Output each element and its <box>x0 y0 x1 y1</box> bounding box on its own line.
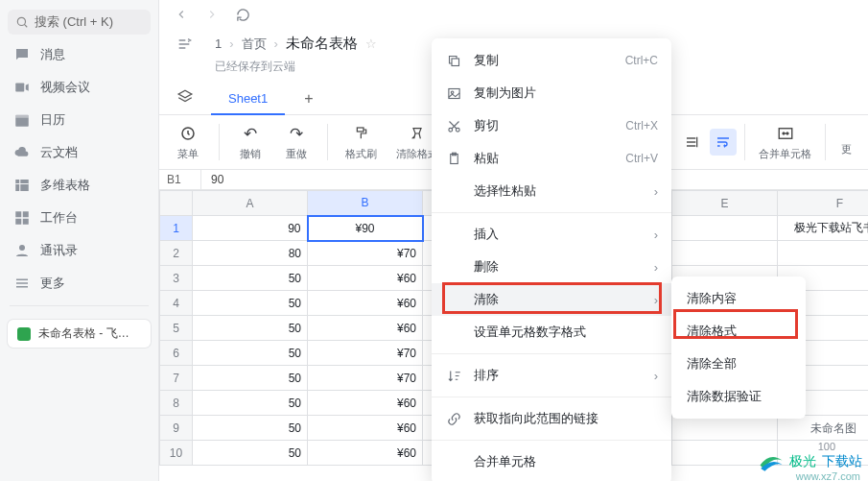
contacts-icon <box>13 242 31 259</box>
cell-ref[interactable]: B1 <box>159 170 201 189</box>
search-placeholder: 搜索 (Ctrl + K) <box>35 13 113 31</box>
submenu-clear-all[interactable]: 清除全部 <box>671 348 806 380</box>
sidebar-item-messages[interactable]: 消息 <box>0 38 158 71</box>
crumb-root[interactable]: 1 <box>215 36 222 51</box>
svg-rect-3 <box>15 115 29 118</box>
menu-number-format[interactable]: 设置单元格数字格式 <box>432 316 671 349</box>
svg-rect-6 <box>23 211 29 217</box>
chevron-right-icon: › <box>654 369 658 383</box>
svg-rect-17 <box>448 88 458 98</box>
menu-paste-special[interactable]: 选择性粘贴› <box>432 175 671 207</box>
paste-icon <box>445 152 462 166</box>
topbar <box>159 0 868 29</box>
menu-sort[interactable]: 排序› <box>432 359 671 392</box>
sheets-list-button[interactable] <box>169 83 201 114</box>
svg-rect-4 <box>15 180 29 191</box>
crumb-home[interactable]: 首页 <box>242 36 267 53</box>
calendar-icon <box>13 111 31 129</box>
sidebar-item-more[interactable]: 更多 <box>0 267 158 300</box>
active-cell[interactable]: ¥90 <box>308 216 423 241</box>
star-icon[interactable]: ☆ <box>365 36 377 51</box>
select-all[interactable] <box>160 191 193 216</box>
open-doc-chip[interactable]: 未命名表格 - 飞… <box>8 320 151 348</box>
svg-rect-12 <box>16 286 28 288</box>
doc-title[interactable]: 未命名表格 <box>286 35 358 53</box>
format-painter-button[interactable]: 格式刷 <box>340 121 383 163</box>
search-input[interactable]: 搜索 (Ctrl + K) <box>8 10 151 35</box>
bottom-tab[interactable]: 未命名图 <box>810 421 856 437</box>
collapse-icon[interactable] <box>176 36 192 52</box>
menu-copy[interactable]: 复制Ctrl+C <box>432 44 671 77</box>
back-button[interactable] <box>173 6 190 23</box>
cut-icon <box>445 119 462 133</box>
svg-rect-8 <box>23 219 29 225</box>
menu-copy-image[interactable]: 复制为图片 <box>432 77 671 109</box>
wrap-wrap-button[interactable] <box>710 129 737 156</box>
clear-submenu: 清除内容 清除格式 清除全部 清除数据验证 <box>671 277 806 419</box>
col-A[interactable]: A <box>193 191 308 216</box>
chevron-right-icon: › <box>654 228 658 242</box>
menu-delete[interactable]: 删除› <box>432 251 671 283</box>
tab-sheet1[interactable]: Sheet1 <box>211 84 285 115</box>
menu-get-link[interactable]: 获取指向此范围的链接 <box>432 402 671 435</box>
svg-rect-14 <box>357 128 364 132</box>
add-sheet-button[interactable]: + <box>294 84 322 113</box>
sheet-file-icon <box>17 327 31 341</box>
col-F[interactable]: F <box>778 191 869 216</box>
chat-icon <box>13 46 31 63</box>
table-icon <box>13 177 31 194</box>
video-icon <box>13 79 31 96</box>
menu-button[interactable]: 菜单 <box>169 121 207 163</box>
link-icon <box>445 412 462 426</box>
submenu-clear-content[interactable]: 清除内容 <box>671 282 806 315</box>
submenu-clear-format[interactable]: 清除格式 <box>671 315 806 348</box>
sort-icon <box>445 369 462 383</box>
chevron-right-icon: › <box>654 184 658 199</box>
watermark-logo: 极光下载站 <box>757 448 862 475</box>
svg-rect-16 <box>452 59 459 66</box>
refresh-button[interactable] <box>234 6 251 23</box>
apps-icon <box>13 209 31 227</box>
menu-merge[interactable]: 合并单元格 <box>432 445 671 478</box>
merge-cells-button[interactable]: 合并单元格 <box>753 121 817 163</box>
menu-clear[interactable]: 清除› <box>432 283 671 316</box>
wrap-clip-button[interactable] <box>679 129 706 156</box>
sidebar: 搜索 (Ctrl + K) 消息 视频会议 日历 云文档 多维表格 工作台 通讯… <box>0 0 159 481</box>
sidebar-item-contacts[interactable]: 通讯录 <box>0 234 158 267</box>
sidebar-item-workplace[interactable]: 工作台 <box>0 202 158 234</box>
svg-rect-10 <box>16 279 28 281</box>
col-E[interactable]: E <box>672 191 778 216</box>
context-menu: 复制Ctrl+C 复制为图片 剪切Ctrl+X 粘贴Ctrl+V 选择性粘贴› … <box>432 38 671 481</box>
svg-point-0 <box>17 17 25 25</box>
chevron-right-icon: › <box>654 293 658 307</box>
menu-paste[interactable]: 粘贴Ctrl+V <box>432 142 671 175</box>
row-1[interactable]: 1 <box>160 216 193 241</box>
sidebar-item-docs[interactable]: 云文档 <box>0 136 158 169</box>
swoosh-icon <box>757 448 784 475</box>
submenu-clear-validation[interactable]: 清除数据验证 <box>671 380 806 413</box>
undo-button[interactable]: ↶撤销 <box>231 121 270 163</box>
svg-point-9 <box>19 245 25 251</box>
toolbar-more[interactable]: 更 <box>833 128 858 156</box>
sidebar-item-video[interactable]: 视频会议 <box>0 71 158 104</box>
svg-rect-5 <box>15 211 21 217</box>
svg-rect-1 <box>15 84 24 92</box>
redo-button[interactable]: ↷重做 <box>277 121 316 163</box>
col-B[interactable]: B <box>308 191 423 216</box>
chevron-right-icon: › <box>654 260 658 275</box>
more-icon <box>13 275 31 292</box>
copy-icon <box>445 54 462 68</box>
cloud-icon <box>13 144 31 161</box>
menu-cut[interactable]: 剪切Ctrl+X <box>432 109 671 142</box>
search-icon <box>15 15 29 29</box>
sidebar-item-calendar[interactable]: 日历 <box>0 104 158 136</box>
svg-rect-7 <box>15 219 21 225</box>
image-icon <box>445 86 462 101</box>
svg-point-18 <box>451 91 454 94</box>
forward-button[interactable] <box>203 6 221 23</box>
svg-rect-11 <box>16 282 28 284</box>
sidebar-item-bitable[interactable]: 多维表格 <box>0 169 158 202</box>
menu-insert[interactable]: 插入› <box>432 218 671 251</box>
